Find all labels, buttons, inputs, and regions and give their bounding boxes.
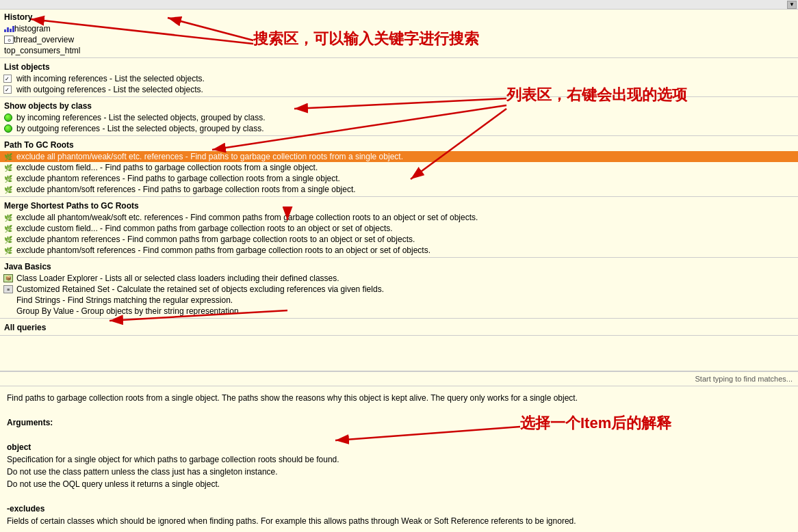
groupby-icon bbox=[3, 306, 14, 316]
classloader-label: Class Loader Explorer - Lists all or sel… bbox=[16, 274, 339, 283]
excl-all-phantom-label: exclude all phantom/weak/soft etc. refer… bbox=[16, 152, 403, 161]
excl-custom-icon: 🌿 bbox=[3, 163, 14, 172]
excl-phantom-soft-label: exclude phantom/soft references - Find p… bbox=[16, 185, 356, 194]
excl-custom-label: exclude custom field... - Find paths to … bbox=[16, 163, 318, 172]
java-row-groupby[interactable]: Group By Value - Group objects by their … bbox=[0, 306, 798, 317]
groupby-label: Group By Value - Group objects by their … bbox=[16, 306, 241, 316]
separator-1 bbox=[0, 57, 798, 58]
separator-6 bbox=[0, 318, 798, 319]
merge-row-2[interactable]: 🌿 exclude phantom references - Find comm… bbox=[0, 234, 798, 245]
merge-row-1[interactable]: 🌿 exclude custom field... - Find common … bbox=[0, 223, 798, 234]
by-outgoing-label: by outgoing references - List the select… bbox=[16, 124, 264, 133]
separator-7 bbox=[0, 335, 798, 336]
java-basics-header: Java Basics bbox=[0, 259, 798, 273]
lower-panel: 选择一个Item后的解释 Start typing to find matche… bbox=[0, 372, 798, 532]
separator-3 bbox=[0, 135, 798, 136]
merge-label-3: exclude phantom/soft references - Find c… bbox=[16, 245, 430, 255]
separator-2 bbox=[0, 96, 798, 97]
all-queries-header: All queries bbox=[0, 320, 798, 334]
merge-shortest-header: Merge Shortest Paths to GC Roots bbox=[0, 198, 798, 212]
param-excludes-name: -excludes bbox=[7, 503, 791, 515]
customized-icon: ≡ bbox=[3, 284, 14, 294]
by-incoming-icon bbox=[3, 113, 14, 122]
list-row-by-incoming[interactable]: by incoming references - List the select… bbox=[0, 112, 798, 123]
findstrings-label: Find Strings - Find Strings matching the… bbox=[16, 295, 233, 305]
classloader-icon: 📦 bbox=[3, 274, 14, 283]
show-by-class-header: Show objects by class bbox=[0, 98, 798, 112]
history-item-thread[interactable]: ⚙ thread_overview bbox=[0, 34, 798, 45]
list-row-excl-phantom-soft[interactable]: 🌿 exclude phantom/soft references - Find… bbox=[0, 184, 798, 195]
list-row-excl-phantom[interactable]: 🌿 exclude phantom references - Find path… bbox=[0, 173, 798, 184]
separator-5 bbox=[0, 257, 798, 258]
merge-icon-0: 🌿 bbox=[3, 213, 14, 222]
incoming-ref-label: with incoming references - List the sele… bbox=[16, 74, 205, 83]
customized-label: Customized Retained Set - Calculate the … bbox=[16, 284, 384, 294]
excl-phantom-icon: 🌿 bbox=[3, 174, 14, 183]
param-object-note2: Do not use the OQL query unless it retur… bbox=[7, 478, 791, 490]
excl-all-phantom-icon: 🌿 bbox=[3, 152, 14, 161]
list-objects-header: List objects bbox=[0, 59, 798, 73]
merge-icon-2: 🌿 bbox=[3, 235, 14, 244]
separator-4 bbox=[0, 196, 798, 197]
merge-icon-1: 🌿 bbox=[3, 224, 14, 233]
description-area: Find paths to garbage collection roots f… bbox=[0, 386, 798, 532]
merge-label-2: exclude phantom references - Find common… bbox=[16, 235, 415, 244]
java-row-customized[interactable]: ≡ Customized Retained Set - Calculate th… bbox=[0, 284, 798, 295]
merge-row-0[interactable]: 🌿 exclude all phantom/weak/soft etc. ref… bbox=[0, 212, 798, 223]
param-excludes-desc: Fields of certain classes which should b… bbox=[7, 515, 791, 527]
param-object-desc: Specification for a single object for wh… bbox=[7, 453, 791, 466]
merge-label-0: exclude all phantom/weak/soft etc. refer… bbox=[16, 213, 478, 222]
by-incoming-label: by incoming references - List the select… bbox=[16, 113, 266, 122]
history-title: History bbox=[0, 10, 798, 23]
history-item-histogram[interactable]: histogram bbox=[0, 23, 798, 34]
top-scrollbar[interactable]: ▼ bbox=[0, 0, 798, 10]
merge-icon-3: 🌿 bbox=[3, 245, 14, 255]
search-placeholder: Start typing to find matches... bbox=[695, 375, 793, 383]
desc-main-text: Find paths to garbage collection roots f… bbox=[7, 392, 791, 404]
incoming-ref-icon: ✓ bbox=[3, 74, 14, 83]
upper-panel: 搜索区，可以输入关键字进行搜索 列表区，右键会出现的选项 History bbox=[0, 10, 798, 372]
history-thread-label: thread_overview bbox=[14, 35, 74, 44]
arguments-title: Arguments: bbox=[7, 416, 791, 429]
by-outgoing-icon bbox=[3, 124, 14, 133]
outgoing-ref-icon: ✓ bbox=[3, 85, 14, 94]
list-row-by-outgoing[interactable]: by outgoing references - List the select… bbox=[0, 123, 798, 134]
param-object-note1: Do not use the class pattern unless the … bbox=[7, 466, 791, 478]
param-object-name: object bbox=[7, 441, 791, 453]
history-histogram-label: histogram bbox=[14, 24, 51, 34]
excl-phantom-label: exclude phantom references - Find paths … bbox=[16, 174, 340, 183]
list-row-incoming-ref[interactable]: ✓ with incoming references - List the se… bbox=[0, 73, 798, 84]
histogram-icon bbox=[4, 26, 14, 32]
list-row-excl-all-phantom[interactable]: 🌿 exclude all phantom/weak/soft etc. ref… bbox=[0, 151, 798, 162]
excl-phantom-soft-icon: 🌿 bbox=[3, 185, 14, 194]
path-to-gc-header: Path To GC Roots bbox=[0, 137, 798, 151]
search-bar: Start typing to find matches... bbox=[0, 372, 798, 386]
merge-row-3[interactable]: 🌿 exclude phantom/soft references - Find… bbox=[0, 245, 798, 256]
merge-label-1: exclude custom field... - Find common pa… bbox=[16, 224, 393, 233]
outgoing-ref-label: with outgoing references - List the sele… bbox=[16, 85, 203, 94]
thread-icon: ⚙ bbox=[4, 36, 14, 44]
history-top-label: top_consumers_html bbox=[4, 46, 80, 55]
scroll-down-btn[interactable]: ▼ bbox=[787, 1, 797, 9]
java-row-findstrings[interactable]: Find Strings - Find Strings matching the… bbox=[0, 295, 798, 306]
history-item-top[interactable]: top_consumers_html bbox=[0, 45, 798, 56]
findstrings-icon bbox=[3, 295, 14, 305]
java-row-classloader[interactable]: 📦 Class Loader Explorer - Lists all or s… bbox=[0, 273, 798, 284]
list-row-outgoing-ref[interactable]: ✓ with outgoing references - List the se… bbox=[0, 84, 798, 95]
list-row-excl-custom[interactable]: 🌿 exclude custom field... - Find paths t… bbox=[0, 162, 798, 173]
